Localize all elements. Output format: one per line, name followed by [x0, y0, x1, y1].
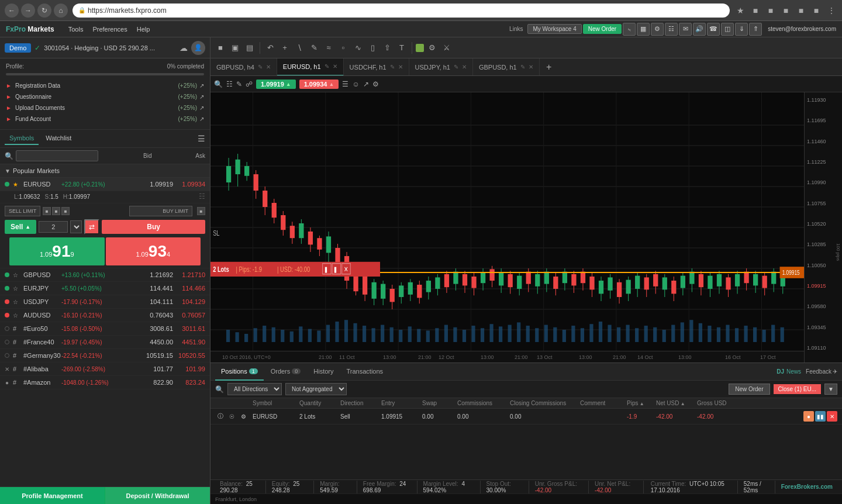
tab-orders[interactable]: Orders 0: [265, 363, 307, 381]
close-positions-btn[interactable]: Close (1) EU...: [774, 384, 822, 394]
profile-item-registration[interactable]: ► Registration Data (+25%) ↗: [6, 80, 204, 91]
gbpusd-star[interactable]: ☆: [13, 272, 21, 278]
chart-tab-close-gbpusd[interactable]: ✕: [266, 64, 271, 70]
sell-limit-btn[interactable]: SELL LIMIT: [5, 206, 40, 216]
popular-markets-header[interactable]: ▼ Popular Markets: [0, 164, 210, 178]
symbol-row-gbpusd[interactable]: ☆ GBPUSD +13.60 (+0.11%) 1.21692 1.21710: [0, 268, 210, 282]
symbol-row-audusd[interactable]: ☆ AUDUSD -16.10 (-0.21%) 0.76043 0.76057: [0, 309, 210, 322]
profile-item-fund[interactable]: ► Fund Account (+25%) ↗: [6, 113, 204, 125]
screen-icon[interactable]: ◫: [721, 23, 734, 36]
menu-tools[interactable]: Tools: [64, 21, 88, 37]
germany30-hash[interactable]: #: [13, 352, 21, 359]
list-chart-icon[interactable]: ☰: [342, 80, 348, 88]
sell-limit-icon2[interactable]: ■: [52, 207, 60, 215]
demo-badge[interactable]: Demo: [5, 43, 31, 53]
directions-filter[interactable]: All Directions: [227, 383, 282, 395]
buy-limit-icon[interactable]: ■: [197, 207, 205, 215]
buy-price-btn[interactable]: 1.09934: [106, 237, 201, 265]
account-avatar[interactable]: 👤: [191, 41, 205, 55]
signal-icon[interactable]: ☍: [246, 80, 253, 88]
chart-tab-edit-usdchf[interactable]: ✎: [390, 64, 395, 70]
france40-hash[interactable]: #: [13, 339, 21, 346]
symbol-row-amazon[interactable]: ● # #Amazon -1048.00 (-1.26%) 822.90 823…: [0, 376, 210, 389]
new-order-btn[interactable]: New Order: [583, 24, 622, 34]
monitor-icon[interactable]: ⍀: [623, 23, 636, 36]
phone-icon[interactable]: ☎: [707, 23, 720, 36]
th-quantity[interactable]: Quantity: [297, 400, 338, 406]
toolbar-layout1[interactable]: ■: [214, 42, 227, 54]
td-gear-icon[interactable]: ⚙: [239, 413, 250, 420]
toolbar-crosshair[interactable]: +: [278, 42, 291, 54]
toolbar-shapes[interactable]: ▯: [366, 42, 379, 54]
address-bar[interactable]: 🔒 https://markets.fxpro.com: [73, 4, 730, 18]
face-icon[interactable]: ☺: [352, 80, 359, 88]
toolbar-line[interactable]: ∖: [293, 42, 306, 54]
th-gross-usd[interactable]: Gross USD: [695, 400, 741, 406]
links-btn[interactable]: Links: [506, 26, 526, 32]
toolbar-pattern[interactable]: ▫: [337, 42, 350, 54]
menu-preferences[interactable]: Preferences: [88, 21, 132, 37]
swap-direction-btn[interactable]: ⇄: [84, 219, 99, 234]
indicator-icon[interactable]: ☷: [226, 80, 233, 88]
chart-tab-gbpusd-h1[interactable]: GBPUSD, h1 ✎ ✕: [473, 58, 540, 76]
symbols-search-input[interactable]: [16, 150, 98, 161]
th-symbol[interactable]: Symbol: [250, 400, 297, 406]
th-closing-commissions[interactable]: Closing Commissions: [508, 400, 578, 406]
usdjpy-star[interactable]: ☆: [13, 299, 21, 305]
position-row-eurusd[interactable]: ⓘ ☉ ⚙ EURUSD 2 Lots Sell 1.09915 0.00 0.…: [210, 409, 842, 424]
settings-chart-icon[interactable]: ⚙: [372, 80, 379, 88]
home-button[interactable]: ⌂: [54, 4, 68, 18]
chart-tab-close-gbpusd2[interactable]: ✕: [529, 64, 533, 70]
eurusd-star[interactable]: ★: [13, 181, 21, 188]
tab-transactions[interactable]: Transactions: [341, 363, 389, 381]
back-button[interactable]: ←: [5, 4, 19, 18]
toolbar-alert[interactable]: ⚔: [440, 42, 453, 54]
deposit-withdrawal-btn[interactable]: Deposit / Withdrawal: [105, 487, 210, 504]
toolbar-wave[interactable]: ∿: [351, 42, 364, 54]
workspace-btn[interactable]: My Workspace 4: [527, 24, 581, 34]
search-chart-icon[interactable]: 🔍: [214, 80, 223, 88]
news-btn[interactable]: News: [786, 368, 801, 375]
symbol-row-usdjpy[interactable]: ☆ USDJPY -17.90 (-0.17%) 104.111 104.129: [0, 295, 210, 309]
symbol-row-germany30[interactable]: # #Germany30 -22.54 (-0.21%) 10519.15 10…: [0, 349, 210, 363]
sell-price-btn[interactable]: 1.09919: [9, 237, 105, 265]
toolbar-arrows[interactable]: ⇧: [381, 42, 394, 54]
sell-limit-icon1[interactable]: ■: [43, 207, 51, 215]
toolbar-layout3[interactable]: ▤: [243, 42, 256, 54]
quantity-dropdown[interactable]: [70, 220, 82, 233]
symbol-row-eurjpy[interactable]: ☆ EURJPY +5.50 (+0.05%) 114.441 114.466: [0, 282, 210, 295]
toolbar-color[interactable]: [416, 44, 424, 52]
buy-btn[interactable]: Buy: [102, 220, 205, 234]
tab-symbols[interactable]: Symbols: [5, 132, 39, 145]
list-icon[interactable]: ☰: [198, 134, 205, 143]
audusd-star[interactable]: ☆: [13, 312, 21, 319]
positions-new-order-btn[interactable]: New Order: [729, 384, 769, 395]
toolbar-text[interactable]: T: [395, 42, 408, 54]
chart-tab-close-usdchf[interactable]: ✕: [398, 64, 403, 70]
symbol-row-france40[interactable]: # #France40 -19.97 (-0.45%) 4450.00 4451…: [0, 336, 210, 349]
extension-icon1[interactable]: ■: [750, 5, 761, 16]
mail-icon[interactable]: ✉: [679, 23, 692, 36]
sell-limit-icon3[interactable]: ■: [61, 207, 70, 215]
extension-icon5[interactable]: ■: [810, 5, 822, 16]
layout-icon[interactable]: ▦: [637, 23, 650, 36]
toolbar-layout2[interactable]: ▣: [229, 42, 241, 54]
cloud-icon[interactable]: ☁: [180, 43, 188, 53]
position-action-pause[interactable]: ▮▮: [815, 411, 826, 422]
chart-tab-edit-eurusd[interactable]: ✎: [325, 63, 329, 70]
chart-tab-close-eurusd[interactable]: ✕: [333, 63, 337, 70]
toolbar-settings2[interactable]: ⚙: [426, 42, 439, 54]
position-action-edit[interactable]: ●: [803, 411, 814, 422]
chart-tab-edit-gbpusd2[interactable]: ✎: [520, 64, 525, 70]
chart-tab-close-usdjpy[interactable]: ✕: [462, 64, 467, 70]
symbol-row-euro50[interactable]: # #Euro50 -15.08 (-0.50%) 3008.61 3011.6…: [0, 322, 210, 336]
th-pips[interactable]: Pips: [624, 400, 654, 406]
chart-tab-gbpusd-h4[interactable]: GBPUSD, h4 ✎ ✕: [210, 58, 277, 76]
th-comment[interactable]: Comment: [578, 400, 624, 406]
extension-icon2[interactable]: ■: [765, 5, 777, 16]
profile-mgmt-btn[interactable]: Profile Management: [0, 487, 105, 504]
toolbar-cursor[interactable]: ↶: [264, 42, 277, 54]
aggregation-filter[interactable]: Not Aggregated: [285, 383, 347, 395]
toolbar-draw[interactable]: ✎: [308, 42, 320, 54]
th-swap[interactable]: Swap: [420, 400, 455, 406]
